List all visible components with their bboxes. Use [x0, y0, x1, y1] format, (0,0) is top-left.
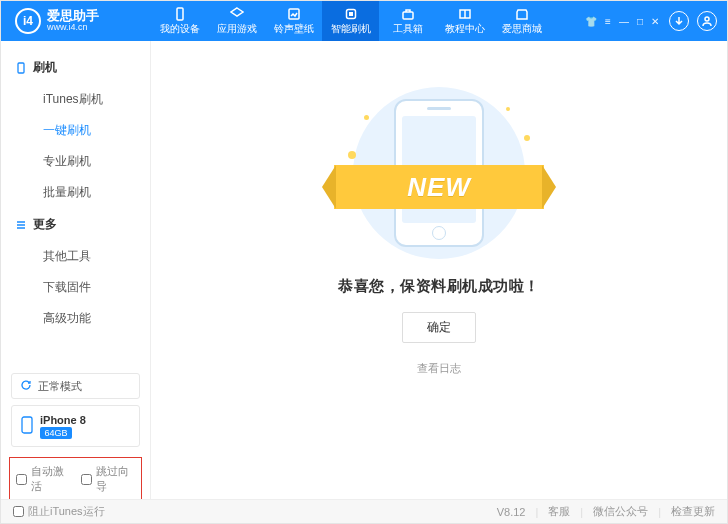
list-icon [15, 219, 27, 231]
skip-guide-checkbox[interactable]: 跳过向导 [81, 464, 136, 494]
store-icon [515, 7, 529, 21]
auto-activate-checkbox[interactable]: 自动激活 [16, 464, 71, 494]
device-card[interactable]: iPhone 8 64GB [11, 405, 140, 447]
svg-rect-5 [18, 63, 24, 73]
update-link[interactable]: 检查更新 [671, 504, 715, 519]
block-itunes-checkbox[interactable]: 阻止iTunes运行 [13, 504, 105, 519]
success-message: 恭喜您，保资料刷机成功啦！ [338, 277, 540, 296]
phone-icon [173, 7, 187, 21]
sidebar-item-itunes-flash[interactable]: iTunes刷机 [1, 84, 150, 115]
brand-logo: i4 爱思助手 www.i4.cn [1, 1, 151, 41]
main-tabs: 我的设备 应用游戏 铃声壁纸 智能刷机 工具箱 教程中心 爱思商城 [151, 1, 550, 41]
app-icon [230, 7, 244, 21]
mode-status[interactable]: 正常模式 [11, 373, 140, 399]
tab-flash[interactable]: 智能刷机 [322, 1, 379, 41]
sidebar-group-flash: 刷机 [1, 51, 150, 84]
new-badge: NEW [407, 172, 471, 203]
download-icon[interactable] [669, 11, 689, 31]
maximize-button[interactable]: □ [635, 16, 645, 27]
sidebar-item-other-tools[interactable]: 其他工具 [1, 241, 150, 272]
refresh-icon [20, 379, 32, 393]
sidebar-item-oneclick-flash[interactable]: 一键刷机 [1, 115, 150, 146]
tab-tools[interactable]: 工具箱 [379, 1, 436, 41]
tab-tutorials[interactable]: 教程中心 [436, 1, 493, 41]
menu-icon[interactable]: ≡ [603, 16, 613, 27]
sidebar: 刷机 iTunes刷机 一键刷机 专业刷机 批量刷机 更多 其他工具 下载固件 … [1, 41, 151, 501]
version-label: V8.12 [497, 506, 526, 518]
ok-button[interactable]: 确定 [402, 312, 476, 343]
tab-apps[interactable]: 应用游戏 [208, 1, 265, 41]
minimize-button[interactable]: — [617, 16, 631, 27]
user-icon[interactable] [697, 11, 717, 31]
toolbox-icon [401, 7, 415, 21]
phone-icon [15, 62, 27, 74]
shirt-icon[interactable]: 👕 [583, 16, 599, 27]
activation-options: 自动激活 跳过向导 [9, 457, 142, 501]
device-storage: 64GB [40, 427, 72, 439]
success-illustration: NEW [324, 87, 554, 259]
sidebar-item-pro-flash[interactable]: 专业刷机 [1, 146, 150, 177]
phone-icon [20, 416, 34, 437]
svg-point-4 [705, 17, 709, 21]
logo-icon: i4 [15, 8, 41, 34]
service-link[interactable]: 客服 [548, 504, 570, 519]
tab-store[interactable]: 爱思商城 [493, 1, 550, 41]
main-panel: NEW 恭喜您，保资料刷机成功啦！ 确定 查看日志 [151, 41, 727, 501]
brand-url: www.i4.cn [47, 23, 99, 32]
close-button[interactable]: ✕ [649, 16, 661, 27]
wallpaper-icon [287, 7, 301, 21]
view-log-link[interactable]: 查看日志 [417, 361, 461, 376]
tab-my-device[interactable]: 我的设备 [151, 1, 208, 41]
sidebar-item-advanced[interactable]: 高级功能 [1, 303, 150, 334]
sidebar-item-download-fw[interactable]: 下载固件 [1, 272, 150, 303]
device-name: iPhone 8 [40, 414, 86, 426]
status-bar: 阻止iTunes运行 V8.12 | 客服 | 微信公众号 | 检查更新 [1, 499, 727, 523]
sidebar-item-batch-flash[interactable]: 批量刷机 [1, 177, 150, 208]
flash-icon [344, 7, 358, 21]
sidebar-group-more: 更多 [1, 208, 150, 241]
svg-rect-0 [177, 8, 183, 20]
wechat-link[interactable]: 微信公众号 [593, 504, 648, 519]
window-controls: 👕 ≡ — □ ✕ [583, 1, 727, 41]
tab-ringtones[interactable]: 铃声壁纸 [265, 1, 322, 41]
brand-name: 爱思助手 [47, 9, 99, 23]
book-icon [458, 7, 472, 21]
svg-rect-6 [22, 417, 32, 433]
svg-rect-3 [403, 12, 413, 19]
app-header: i4 爱思助手 www.i4.cn 我的设备 应用游戏 铃声壁纸 智能刷机 工具… [1, 1, 727, 41]
